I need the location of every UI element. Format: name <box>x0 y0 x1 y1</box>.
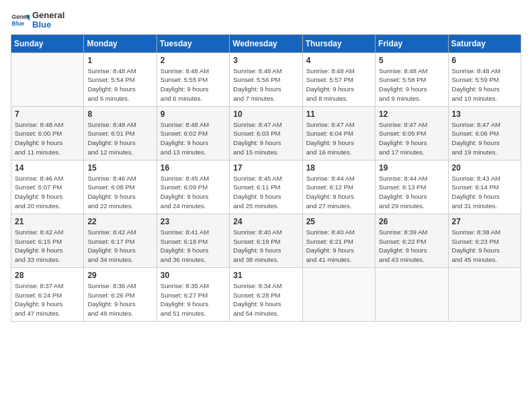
day-number: 13 <box>452 109 517 119</box>
calendar-cell <box>11 52 84 106</box>
calendar-cell: 21Sunrise: 8:42 AMSunset: 6:15 PMDayligh… <box>11 214 84 267</box>
calendar-week-row: 7Sunrise: 8:48 AMSunset: 6:00 PMDaylight… <box>11 106 521 160</box>
weekday-header-saturday: Saturday <box>448 34 521 52</box>
calendar-cell: 7Sunrise: 8:48 AMSunset: 6:00 PMDaylight… <box>11 106 84 160</box>
day-number: 19 <box>379 163 444 173</box>
day-info: Sunrise: 8:38 AMSunset: 6:23 PMDaylight:… <box>452 228 517 265</box>
calendar-cell: 4Sunrise: 8:48 AMSunset: 5:57 PMDaylight… <box>302 52 375 106</box>
calendar-cell: 15Sunrise: 8:46 AMSunset: 6:08 PMDayligh… <box>84 160 157 214</box>
day-info: Sunrise: 8:48 AMSunset: 6:00 PMDaylight:… <box>15 120 80 157</box>
header-area: General Blue General Blue <box>11 11 521 30</box>
day-info: Sunrise: 8:44 AMSunset: 6:13 PMDaylight:… <box>379 174 444 211</box>
day-number: 17 <box>233 163 298 173</box>
day-number: 20 <box>452 163 517 173</box>
calendar-cell <box>302 267 375 321</box>
day-info: Sunrise: 8:47 AMSunset: 6:06 PMDaylight:… <box>452 120 517 157</box>
day-number: 21 <box>15 217 80 226</box>
svg-text:Blue: Blue <box>12 20 25 27</box>
day-number: 31 <box>233 271 298 280</box>
calendar-cell: 8Sunrise: 8:48 AMSunset: 6:01 PMDaylight… <box>84 106 157 160</box>
day-info: Sunrise: 8:47 AMSunset: 6:03 PMDaylight:… <box>233 120 298 157</box>
day-info: Sunrise: 8:48 AMSunset: 5:55 PMDaylight:… <box>161 66 226 103</box>
calendar-week-row: 28Sunrise: 8:37 AMSunset: 6:24 PMDayligh… <box>11 267 521 321</box>
logo-general: General <box>32 11 64 20</box>
calendar-cell: 6Sunrise: 8:48 AMSunset: 5:59 PMDaylight… <box>448 52 521 106</box>
day-info: Sunrise: 8:34 AMSunset: 6:28 PMDaylight:… <box>233 281 298 318</box>
day-number: 28 <box>15 271 80 280</box>
weekday-header-row: SundayMondayTuesdayWednesdayThursdayFrid… <box>11 34 521 52</box>
day-info: Sunrise: 8:48 AMSunset: 5:56 PMDaylight:… <box>233 66 298 103</box>
day-info: Sunrise: 8:45 AMSunset: 6:09 PMDaylight:… <box>161 174 226 211</box>
day-number: 15 <box>87 163 152 173</box>
day-number: 3 <box>233 56 298 65</box>
day-number: 2 <box>161 56 226 65</box>
calendar-week-row: 14Sunrise: 8:46 AMSunset: 6:07 PMDayligh… <box>11 160 521 214</box>
calendar-cell: 10Sunrise: 8:47 AMSunset: 6:03 PMDayligh… <box>230 106 302 160</box>
calendar-cell: 31Sunrise: 8:34 AMSunset: 6:28 PMDayligh… <box>230 267 302 321</box>
calendar-cell: 26Sunrise: 8:39 AMSunset: 6:22 PMDayligh… <box>375 214 448 267</box>
day-number: 9 <box>161 109 226 119</box>
weekday-header-tuesday: Tuesday <box>157 34 229 52</box>
calendar-cell: 14Sunrise: 8:46 AMSunset: 6:07 PMDayligh… <box>11 160 84 214</box>
day-number: 4 <box>306 56 371 65</box>
calendar-cell: 30Sunrise: 8:35 AMSunset: 6:27 PMDayligh… <box>157 267 229 321</box>
logo-icon: General Blue <box>11 11 30 30</box>
day-number: 22 <box>87 217 152 226</box>
day-number: 23 <box>161 217 226 226</box>
calendar-cell: 9Sunrise: 8:48 AMSunset: 6:02 PMDaylight… <box>157 106 229 160</box>
day-number: 14 <box>15 163 80 173</box>
calendar-cell: 5Sunrise: 8:48 AMSunset: 5:58 PMDaylight… <box>375 52 448 106</box>
calendar-cell: 16Sunrise: 8:45 AMSunset: 6:09 PMDayligh… <box>157 160 229 214</box>
day-info: Sunrise: 8:45 AMSunset: 6:11 PMDaylight:… <box>233 174 298 211</box>
calendar-cell <box>448 267 521 321</box>
calendar-cell: 11Sunrise: 8:47 AMSunset: 6:04 PMDayligh… <box>302 106 375 160</box>
calendar-cell: 29Sunrise: 8:36 AMSunset: 6:26 PMDayligh… <box>84 267 157 321</box>
calendar-cell: 27Sunrise: 8:38 AMSunset: 6:23 PMDayligh… <box>448 214 521 267</box>
day-number: 24 <box>233 217 298 226</box>
weekday-header-thursday: Thursday <box>302 34 375 52</box>
day-number: 27 <box>452 217 517 226</box>
day-number: 5 <box>379 56 444 65</box>
day-info: Sunrise: 8:46 AMSunset: 6:08 PMDaylight:… <box>87 174 152 211</box>
day-number: 30 <box>161 271 226 280</box>
day-info: Sunrise: 8:39 AMSunset: 6:22 PMDaylight:… <box>379 228 444 265</box>
day-info: Sunrise: 8:43 AMSunset: 6:14 PMDaylight:… <box>452 174 517 211</box>
calendar-cell: 20Sunrise: 8:43 AMSunset: 6:14 PMDayligh… <box>448 160 521 214</box>
weekday-header-sunday: Sunday <box>11 34 84 52</box>
day-info: Sunrise: 8:40 AMSunset: 6:19 PMDaylight:… <box>233 228 298 265</box>
day-info: Sunrise: 8:48 AMSunset: 5:59 PMDaylight:… <box>452 66 517 103</box>
calendar-cell: 19Sunrise: 8:44 AMSunset: 6:13 PMDayligh… <box>375 160 448 214</box>
day-info: Sunrise: 8:48 AMSunset: 5:57 PMDaylight:… <box>306 66 371 103</box>
day-info: Sunrise: 8:42 AMSunset: 6:15 PMDaylight:… <box>15 228 80 265</box>
day-number: 1 <box>87 56 152 65</box>
day-info: Sunrise: 8:47 AMSunset: 6:05 PMDaylight:… <box>379 120 444 157</box>
logo: General Blue General Blue <box>11 11 64 30</box>
day-info: Sunrise: 8:48 AMSunset: 5:54 PMDaylight:… <box>87 66 152 103</box>
calendar-cell: 28Sunrise: 8:37 AMSunset: 6:24 PMDayligh… <box>11 267 84 321</box>
day-number: 12 <box>379 109 444 119</box>
calendar-cell: 2Sunrise: 8:48 AMSunset: 5:55 PMDaylight… <box>157 52 229 106</box>
day-info: Sunrise: 8:36 AMSunset: 6:26 PMDaylight:… <box>87 281 152 318</box>
weekday-header-friday: Friday <box>375 34 448 52</box>
day-info: Sunrise: 8:44 AMSunset: 6:12 PMDaylight:… <box>306 174 371 211</box>
weekday-header-monday: Monday <box>84 34 157 52</box>
calendar-cell: 17Sunrise: 8:45 AMSunset: 6:11 PMDayligh… <box>230 160 302 214</box>
calendar-cell: 1Sunrise: 8:48 AMSunset: 5:54 PMDaylight… <box>84 52 157 106</box>
day-number: 16 <box>161 163 226 173</box>
calendar-week-row: 21Sunrise: 8:42 AMSunset: 6:15 PMDayligh… <box>11 214 521 267</box>
day-number: 25 <box>306 217 371 226</box>
calendar-week-row: 1Sunrise: 8:48 AMSunset: 5:54 PMDaylight… <box>11 52 521 106</box>
day-number: 11 <box>306 109 371 119</box>
logo-blue: Blue <box>32 20 64 30</box>
calendar-cell <box>375 267 448 321</box>
day-number: 8 <box>87 109 152 119</box>
day-number: 18 <box>306 163 371 173</box>
day-info: Sunrise: 8:37 AMSunset: 6:24 PMDaylight:… <box>15 281 80 318</box>
calendar-cell: 23Sunrise: 8:41 AMSunset: 6:18 PMDayligh… <box>157 214 229 267</box>
day-info: Sunrise: 8:48 AMSunset: 6:02 PMDaylight:… <box>161 120 226 157</box>
day-info: Sunrise: 8:40 AMSunset: 6:21 PMDaylight:… <box>306 228 371 265</box>
day-info: Sunrise: 8:48 AMSunset: 5:58 PMDaylight:… <box>379 66 444 103</box>
day-info: Sunrise: 8:46 AMSunset: 6:07 PMDaylight:… <box>15 174 80 211</box>
calendar-cell: 25Sunrise: 8:40 AMSunset: 6:21 PMDayligh… <box>302 214 375 267</box>
day-info: Sunrise: 8:48 AMSunset: 6:01 PMDaylight:… <box>87 120 152 157</box>
